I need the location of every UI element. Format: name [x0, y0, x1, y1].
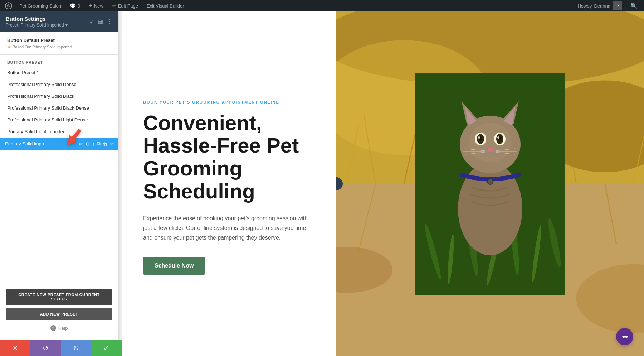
- help-icon: ?: [50, 325, 56, 331]
- default-preset-subtitle: ★ Based On: Primary Solid imported: [7, 44, 111, 49]
- panel-layout-icon[interactable]: ▦: [98, 18, 103, 25]
- preset-item-3[interactable]: Professional Primary Solid Black: [0, 90, 118, 102]
- hero-description: Experience the ease of booking your pet'…: [143, 213, 315, 243]
- preset-item-active[interactable]: Primary Solid impo... ✏ ⚙ ↑ ⧉ 🗑 ☆: [0, 138, 118, 150]
- preset-item-5[interactable]: Professional Primary Solid Light Dense: [0, 114, 118, 126]
- cancel-button[interactable]: ✕: [0, 340, 30, 356]
- export-preset-icon[interactable]: ↑: [92, 141, 95, 147]
- panel-preset-label[interactable]: Preset: Primary Solid imported ▾: [6, 23, 68, 28]
- button-settings-panel: Button Settings Preset: Primary Solid im…: [0, 11, 118, 340]
- preset-item-label: Button Preset 1: [7, 70, 39, 75]
- preset-item-active-label: Primary Solid impo...: [5, 141, 48, 146]
- hero-image-cat: [415, 73, 565, 295]
- admin-bar: W Pet Grooming Salon 💬 0 + New ✏ Edit Pa…: [0, 0, 644, 11]
- fab-icon: •••: [622, 333, 627, 341]
- preset-more-icon[interactable]: ⋮: [107, 60, 111, 64]
- site-content: BOOK YOUR PET'S GROOMING APPOINTMENT ONL…: [122, 11, 644, 356]
- svg-point-44: [487, 179, 493, 184]
- preset-item-6[interactable]: Primary Solid Light imported: [0, 126, 118, 138]
- hero-eyebrow: BOOK YOUR PET'S GROOMING APPOINTMENT ONL…: [143, 100, 315, 104]
- preset-item-label: Professional Primary Solid Black: [7, 93, 74, 99]
- schedule-button[interactable]: Schedule Now: [143, 257, 205, 275]
- svg-point-36: [497, 136, 499, 139]
- panel-actions: CREATE NEW PRESET FROM CURRENT STYLES AD…: [0, 284, 118, 340]
- help-link[interactable]: ? Help: [6, 320, 112, 336]
- redo-icon: ↻: [73, 344, 79, 352]
- panel-header-icons: ⤢ ▦ ⋮: [89, 18, 112, 25]
- preset-item-label: Professional Primary Solid Light Dense: [7, 117, 88, 122]
- hero-right: ↔ •••: [336, 11, 644, 356]
- howdy-text: Howdy, Deanna D: [574, 1, 625, 10]
- add-preset-button[interactable]: ADD NEW PRESET: [6, 308, 112, 320]
- settings-preset-icon[interactable]: ⚙: [86, 141, 90, 147]
- star-icon: ★: [7, 44, 11, 49]
- default-preset-section: Button Default Preset ★ Based On: Primar…: [0, 32, 118, 55]
- panel-content: Button Default Preset ★ Based On: Primar…: [0, 32, 118, 284]
- divi-bottom-bar: ✕ ↺ ↻ ✓: [0, 340, 122, 356]
- svg-point-37: [487, 148, 493, 152]
- delete-preset-icon[interactable]: 🗑: [103, 141, 108, 147]
- cancel-icon: ✕: [13, 344, 18, 352]
- panel-header-left: Button Settings Preset: Primary Solid im…: [6, 16, 68, 28]
- undo-icon: ↺: [43, 344, 49, 352]
- preset-item-label: Professional Primary Solid Dense: [7, 82, 77, 87]
- preset-item-4[interactable]: Professional Primary Solid Black Dense: [0, 102, 118, 114]
- preset-item-label: Professional Primary Solid Black Dense: [7, 105, 89, 111]
- preset-item-label: Primary Solid Light imported: [7, 129, 65, 134]
- default-preset-title: Button Default Preset: [7, 38, 111, 43]
- svg-point-28: [469, 123, 512, 162]
- admin-bar-right: Howdy, Deanna D 🔍: [574, 1, 641, 10]
- undo-button[interactable]: ↺: [30, 340, 61, 356]
- panel-title: Button Settings: [6, 16, 68, 22]
- preset-list: Button Preset ⋮ Button Preset 1 Professi…: [0, 55, 118, 153]
- comments-item[interactable]: 💬 0: [66, 0, 84, 11]
- panel-more-icon[interactable]: ⋮: [107, 18, 112, 25]
- create-preset-button[interactable]: CREATE NEW PRESET FROM CURRENT STYLES: [6, 289, 112, 305]
- save-button[interactable]: ✓: [91, 340, 122, 356]
- exit-builder-item[interactable]: Exit Visual Builder: [143, 0, 188, 11]
- new-item[interactable]: + New: [85, 0, 107, 11]
- panel-expand-icon[interactable]: ⤢: [89, 18, 94, 25]
- hero-section: BOOK YOUR PET'S GROOMING APPOINTMENT ONL…: [122, 11, 644, 356]
- svg-point-35: [478, 136, 480, 139]
- preset-list-header: Button Preset ⋮: [0, 58, 118, 67]
- preset-item-1[interactable]: Button Preset 1: [0, 67, 118, 78]
- wp-logo[interactable]: W: [3, 0, 14, 11]
- edit-page-item[interactable]: ✏ Edit Page: [108, 0, 142, 11]
- hero-title: Convenient, Hassle-Free Pet Grooming Sch…: [143, 111, 315, 203]
- preset-item-action-icons: ✏ ⚙ ↑ ⧉ 🗑 ☆: [79, 141, 114, 147]
- hero-left: BOOK YOUR PET'S GROOMING APPOINTMENT ONL…: [122, 11, 336, 356]
- avatar: D: [613, 1, 622, 10]
- duplicate-preset-icon[interactable]: ⧉: [97, 141, 101, 147]
- site-name[interactable]: Pet Grooming Salon: [16, 0, 65, 11]
- star-preset-icon[interactable]: ☆: [110, 141, 114, 147]
- fab-button[interactable]: •••: [616, 328, 633, 345]
- panel-header: Button Settings Preset: Primary Solid im…: [0, 11, 118, 32]
- redo-button[interactable]: ↻: [61, 340, 91, 356]
- edit-preset-icon[interactable]: ✏: [79, 141, 83, 147]
- svg-text:W: W: [7, 4, 11, 8]
- drag-handle-icon: ↔: [336, 181, 339, 187]
- main-content: BOOK YOUR PET'S GROOMING APPOINTMENT ONL…: [122, 11, 644, 356]
- preset-item-2[interactable]: Professional Primary Solid Dense: [0, 78, 118, 90]
- search-icon[interactable]: 🔍: [627, 3, 641, 9]
- save-icon: ✓: [103, 344, 109, 352]
